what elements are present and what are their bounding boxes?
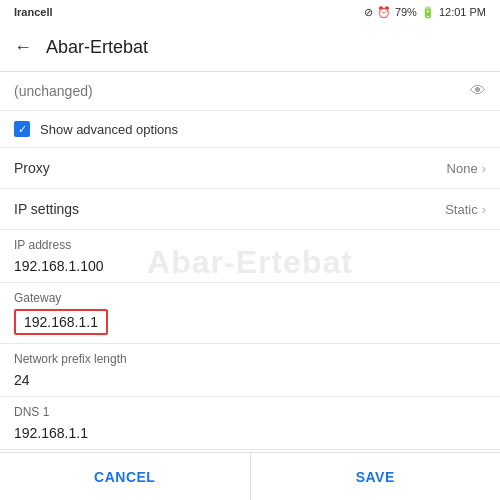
carrier-label: Irancell: [14, 6, 53, 18]
ip-address-label: IP address: [14, 238, 486, 252]
password-row: 👁: [0, 72, 500, 111]
proxy-label: Proxy: [14, 160, 50, 176]
proxy-value-group: None ›: [447, 161, 486, 176]
do-not-disturb-icon: ⊘: [364, 6, 373, 19]
gateway-label: Gateway: [14, 291, 486, 305]
bottom-bar: CANCEL SAVE: [0, 452, 500, 500]
save-button[interactable]: SAVE: [251, 453, 501, 500]
checkmark-icon: ✓: [18, 123, 27, 136]
ip-settings-value: Static: [445, 202, 478, 217]
dns1-label: DNS 1: [14, 405, 486, 419]
prefix-length-section: Network prefix length 24: [0, 344, 500, 397]
ip-settings-row[interactable]: IP settings Static ›: [0, 189, 500, 230]
gateway-value: 192.168.1.1: [24, 314, 98, 330]
ip-address-section: IP address 192.168.1.100: [0, 230, 500, 283]
advanced-options-row[interactable]: ✓ Show advanced options: [0, 111, 500, 148]
content-area: Abar-Ertebat 👁 ✓ Show advanced options P…: [0, 72, 500, 452]
battery-label: 79%: [395, 6, 417, 18]
eye-icon[interactable]: 👁: [470, 82, 486, 100]
dns1-section: DNS 1 192.168.1.1: [0, 397, 500, 450]
prefix-length-value: 24: [14, 368, 486, 392]
ip-address-value: 192.168.1.100: [14, 254, 486, 278]
proxy-row[interactable]: Proxy None ›: [0, 148, 500, 189]
status-icons: ⊘ ⏰ 79% 🔋 12:01 PM: [364, 6, 486, 19]
gateway-value-box: 192.168.1.1: [14, 309, 108, 335]
top-bar: ← Abar-Ertebat: [0, 24, 500, 72]
proxy-value: None: [447, 161, 478, 176]
back-button[interactable]: ←: [14, 37, 32, 58]
password-input[interactable]: [14, 83, 470, 99]
status-bar: Irancell ⊘ ⏰ 79% 🔋 12:01 PM: [0, 0, 500, 24]
ip-settings-chevron-icon: ›: [482, 202, 486, 217]
page-title: Abar-Ertebat: [46, 37, 148, 58]
battery-icon: 🔋: [421, 6, 435, 19]
proxy-chevron-icon: ›: [482, 161, 486, 176]
ip-settings-label: IP settings: [14, 201, 79, 217]
prefix-length-label: Network prefix length: [14, 352, 486, 366]
gateway-section: Gateway 192.168.1.1: [0, 283, 500, 344]
time-label: 12:01 PM: [439, 6, 486, 18]
alarm-icon: ⏰: [377, 6, 391, 19]
advanced-options-checkbox[interactable]: ✓: [14, 121, 30, 137]
ip-settings-value-group: Static ›: [445, 202, 486, 217]
dns1-value: 192.168.1.1: [14, 421, 486, 445]
advanced-options-label: Show advanced options: [40, 122, 178, 137]
cancel-button[interactable]: CANCEL: [0, 453, 251, 500]
